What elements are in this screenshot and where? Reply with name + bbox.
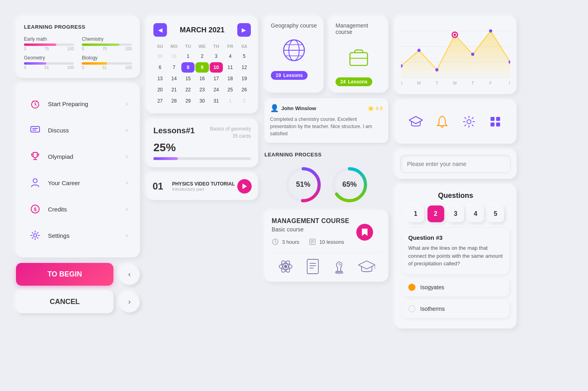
cal-day[interactable]: 1 <box>181 51 195 61</box>
lesson-top: Lessons#1 Basics of geometry 35 cards <box>153 126 251 139</box>
cal-day[interactable]: 26 <box>238 85 251 95</box>
bookmark-button[interactable] <box>356 224 373 241</box>
cal-day-today[interactable]: 8 <box>181 62 195 73</box>
management-lessons-label: Lessons <box>348 79 368 85</box>
lesson-subtitle-area: Basics of geometry 35 cards <box>210 126 251 139</box>
star-icon: ⭐ <box>368 105 374 111</box>
cal-day[interactable]: 22 <box>181 85 195 95</box>
cal-day[interactable]: 23 <box>195 85 209 95</box>
calendar-next-button[interactable]: ▶ <box>237 23 251 37</box>
cal-day[interactable]: 18 <box>224 73 237 84</box>
svg-point-63 <box>467 120 471 124</box>
video-subtitle: Introductory part <box>172 187 237 192</box>
icons-row <box>403 108 509 136</box>
management-lessons-badge: 24 Lessons <box>336 77 372 86</box>
rating-value: 4.9 <box>375 105 383 111</box>
next-button[interactable]: › <box>119 292 140 312</box>
cal-day[interactable]: 31 <box>210 96 223 106</box>
cal-day[interactable]: 16 <box>195 73 209 84</box>
svg-rect-66 <box>491 122 495 126</box>
q-num-3[interactable]: 3 <box>447 205 464 222</box>
nav-item-credits[interactable]: $ Credits › <box>24 197 132 221</box>
cal-day[interactable]: 20 <box>153 85 167 95</box>
cancel-button[interactable]: CANCEL <box>16 290 113 313</box>
cal-header-sa: SA <box>238 42 251 50</box>
video-row: 01 PHYSICS VIDEO TUTORIAL Introductory p… <box>153 179 252 194</box>
progress-bar-bg-geometry <box>24 62 74 65</box>
cal-day[interactable]: 25 <box>224 85 237 95</box>
nav-item-olympiad[interactable]: Olympiad › <box>24 144 132 169</box>
cal-day[interactable]: 15 <box>181 73 195 84</box>
nav-item-your-career[interactable]: Your Career › <box>24 170 132 195</box>
cal-day[interactable]: 12 <box>238 62 251 73</box>
cal-day[interactable]: 17 <box>210 73 223 84</box>
cal-day[interactable]: 1 <box>224 96 237 106</box>
gear-icon-btn[interactable] <box>459 112 479 132</box>
nav-arrow-your-career: › <box>126 179 128 186</box>
cal-day[interactable]: 30 <box>195 96 209 106</box>
management-course-small-title: Management course <box>336 22 382 35</box>
svg-point-8 <box>33 179 37 183</box>
svg-line-2 <box>35 105 36 105</box>
questions-title: Questions <box>402 192 509 200</box>
management-icons-row <box>272 253 381 274</box>
q-num-4[interactable]: 4 <box>467 205 484 222</box>
video-info: PHYSICS VIDEO TUTORIAL Introductory part <box>172 181 237 192</box>
chess-icon[interactable] <box>332 259 346 274</box>
cal-day[interactable]: 3 <box>210 51 223 61</box>
name-input[interactable] <box>400 155 511 173</box>
nav-item-discuss[interactable]: Discuss › <box>24 118 132 142</box>
graduation-icon-btn[interactable] <box>406 112 426 132</box>
svg-point-49 <box>435 68 439 71</box>
q-num-2[interactable]: 2 <box>427 205 444 222</box>
cal-day[interactable]: 24 <box>210 85 223 95</box>
cal-day[interactable]: 2 <box>195 51 209 61</box>
progress-bar-bg-chemistry <box>82 43 132 46</box>
q-num-5[interactable]: 5 <box>487 205 504 222</box>
svg-text:T: T <box>435 81 438 85</box>
answer-option-1[interactable]: Isogyates <box>402 278 509 296</box>
cal-day[interactable]: 5 <box>238 51 251 61</box>
atom-icon[interactable] <box>278 259 294 274</box>
cal-day[interactable]: 19 <box>238 73 251 84</box>
cal-day[interactable]: 7 <box>167 62 181 73</box>
cal-day[interactable]: 21 <box>167 85 181 95</box>
cal-day[interactable]: 14 <box>167 73 181 84</box>
grid-icon-btn[interactable] <box>485 112 505 132</box>
cal-day[interactable]: 11 <box>224 62 237 73</box>
cal-day[interactable]: 29 <box>181 96 195 106</box>
prev-button[interactable]: ‹ <box>119 264 140 285</box>
cal-day[interactable]: 2 <box>238 96 251 106</box>
cal-day[interactable]: 13 <box>153 73 167 84</box>
learning-process-section: LEARNING PROCESS <box>264 147 388 165</box>
progress-bar-fill-early-math <box>24 43 56 46</box>
cal-day-highlight-green[interactable]: 9 <box>195 62 209 73</box>
lesson-percent: 25% <box>153 141 251 154</box>
svg-rect-3 <box>31 126 40 132</box>
document-icon[interactable] <box>306 259 320 274</box>
nav-item-start-preparing[interactable]: Start Preparing › <box>24 91 132 116</box>
column-2: ◀ MARCH 2021 ▶ SU MO TU WE TH FR SA 30 3… <box>146 16 258 328</box>
answer-option-2[interactable]: Isotherms <box>402 300 509 318</box>
cal-day[interactable]: 28 <box>167 96 181 106</box>
calendar-prev-button[interactable]: ◀ <box>153 23 167 37</box>
graduation-cap-icon[interactable] <box>358 259 375 274</box>
cal-day[interactable]: 6 <box>153 62 167 73</box>
progress-labels-chemistry: 075100 <box>82 47 132 51</box>
cal-header-su: SU <box>153 42 167 50</box>
cal-day[interactable]: 4 <box>224 51 237 61</box>
svg-text:S: S <box>401 81 403 85</box>
progress-labels-early-math: 075100 <box>24 47 74 51</box>
video-play-button[interactable] <box>237 179 252 194</box>
nav-item-settings[interactable]: Settings › <box>24 223 132 248</box>
q-num-1[interactable]: 1 <box>407 205 424 222</box>
begin-button[interactable]: TO BEGIN <box>16 263 113 286</box>
lessons-card: Lessons#1 Basics of geometry 35 cards 25… <box>146 119 258 167</box>
management-course-header: MANAGEMENT COURSE Basic course <box>272 217 381 233</box>
calendar-card: ◀ MARCH 2021 ▶ SU MO TU WE TH FR SA 30 3… <box>146 16 258 113</box>
cal-day[interactable]: 30 <box>153 51 167 61</box>
cal-day-highlight-pink[interactable]: 10 <box>210 62 223 73</box>
cal-day[interactable]: 31 <box>167 51 181 61</box>
bell-icon-btn[interactable] <box>432 112 452 132</box>
cal-day[interactable]: 27 <box>153 96 167 106</box>
